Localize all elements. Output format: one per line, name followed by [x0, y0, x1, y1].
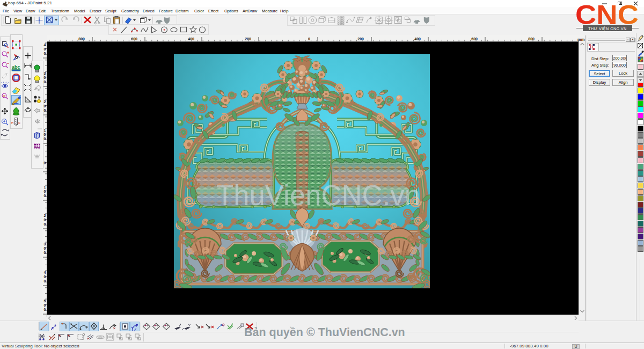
svg-text:1: 1	[44, 128, 46, 132]
svg-text:0: 0	[44, 80, 46, 84]
svg-text:0: 0	[44, 47, 46, 51]
svg-text:3: 3	[44, 71, 46, 75]
svg-text:5: 5	[44, 299, 46, 303]
svg-text:C: C	[18, 121, 20, 125]
svg-text:0: 0	[44, 137, 46, 141]
svg-text:0: 0	[44, 251, 46, 255]
svg-text:mm: mm	[577, 37, 585, 42]
svg-text:200: 200	[357, 37, 364, 41]
svg-text:0: 0	[44, 52, 46, 55]
svg-text:0: 0	[44, 104, 46, 108]
svg-text:800: 800	[78, 37, 85, 41]
svg-text:3: 3	[44, 242, 46, 246]
svg-text:0: 0	[44, 279, 46, 283]
svg-text:4: 4	[44, 271, 46, 274]
svg-text:800: 800	[528, 37, 535, 41]
svg-text:P: P	[3, 94, 5, 98]
svg-text:0: 0	[44, 275, 46, 279]
svg-text:400: 400	[188, 37, 194, 41]
svg-text:H: H	[11, 121, 13, 125]
svg-text:0: 0	[44, 190, 46, 193]
svg-text:0: 0	[44, 108, 46, 112]
svg-text:1: 1	[44, 185, 46, 189]
svg-text:2: 2	[44, 100, 46, 104]
svg-text:0: 0	[308, 37, 310, 41]
svg-text:400: 400	[414, 37, 421, 41]
svg-text:0: 0	[44, 246, 46, 250]
svg-text:0: 0	[44, 161, 46, 165]
svg-text:0: 0	[44, 133, 46, 136]
svg-text:0: 0	[44, 218, 46, 222]
svg-text:0: 0	[44, 303, 46, 307]
svg-text:600: 600	[471, 37, 478, 41]
svg-text:0: 0	[44, 194, 46, 198]
svg-text:0: 0	[44, 222, 46, 226]
svg-text:4: 4	[44, 43, 46, 47]
svg-text:0: 0	[44, 308, 46, 311]
svg-text:2: 2	[44, 214, 46, 217]
svg-text:THƯ VIỆN CNC.VN: THƯ VIỆN CNC.VN	[588, 26, 627, 31]
svg-text:0: 0	[44, 76, 46, 79]
svg-text:200: 200	[245, 37, 251, 41]
svg-text:600: 600	[131, 37, 137, 41]
svg-text:abc: abc	[12, 64, 20, 70]
